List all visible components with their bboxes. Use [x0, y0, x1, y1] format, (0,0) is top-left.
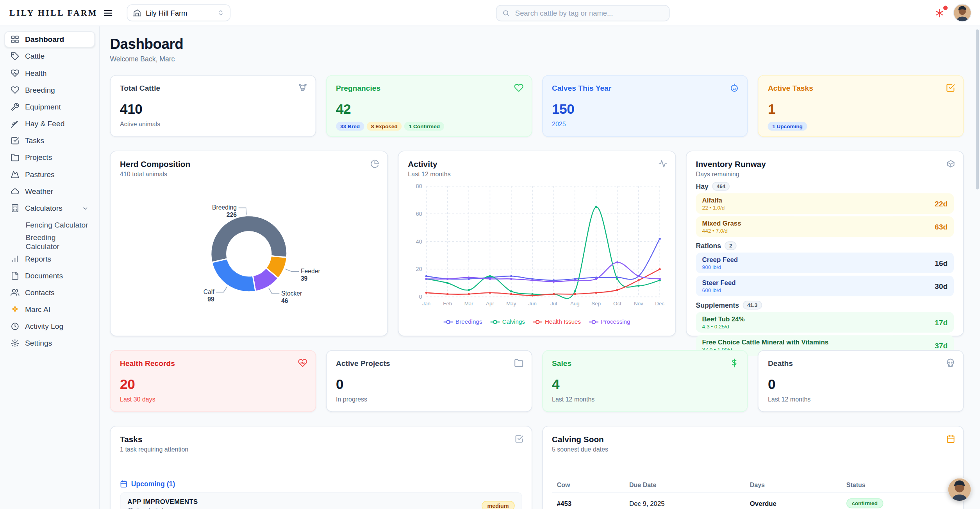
sidebar-item-reports[interactable]: Reports	[4, 251, 95, 267]
sidebar-item-breeding-calculator[interactable]: Breeding Calculator	[4, 234, 95, 250]
farm-selector[interactable]: Lily Hill Farm	[127, 4, 230, 21]
users-icon	[11, 288, 19, 297]
sidebar-item-label: Breeding Calculator	[26, 233, 89, 251]
page-scrollbar[interactable]	[976, 29, 979, 189]
col-cow: Cow	[552, 478, 624, 493]
inventory-section-supplements: Supplements 41.3	[696, 301, 954, 309]
stats-row-bottom: Health Records 20 Last 30 days Active Pr…	[110, 350, 964, 412]
legend-item[interactable]: Health Issues	[533, 318, 581, 325]
notification-dot	[943, 5, 948, 10]
sidebar-item-label: Hay & Feed	[25, 119, 64, 128]
svg-text:Oct: Oct	[613, 301, 621, 306]
inventory-row-beef-tub[interactable]: Beef Tub 24% 4.3 • 0.25/d 17d	[696, 312, 954, 333]
cow-icon	[298, 83, 307, 93]
sidebar-toggle-button[interactable]	[103, 8, 113, 18]
sidebar-item-documents[interactable]: Documents	[4, 268, 95, 284]
svg-text:Jul: Jul	[550, 301, 557, 306]
user-avatar-image	[954, 4, 971, 21]
calendar-icon	[946, 435, 955, 443]
activity-icon	[659, 160, 667, 168]
sidebar-item-hay-feed[interactable]: Hay & Feed	[4, 116, 95, 132]
sidebar-item-marc-ai[interactable]: Marc AI	[4, 301, 95, 318]
sidebar: Dashboard Cattle Health Breeding Equipme…	[0, 26, 100, 509]
package-icon	[946, 160, 955, 168]
panel-title: Activity	[408, 160, 666, 169]
table-row[interactable]: #453 Dec 9, 2025 Overdue confirmed	[552, 492, 954, 509]
stat-card-active-projects[interactable]: Active Projects 0 In progress	[326, 350, 532, 412]
cow-id: #453	[552, 492, 624, 509]
page-subtitle: Welcome Back, Marc	[110, 55, 964, 63]
stat-card-sales[interactable]: Sales 4 Last 12 months	[542, 350, 748, 412]
svg-text:Calf99: Calf99	[203, 289, 215, 303]
stat-card-total-cattle[interactable]: Total Cattle 410 Active animals	[110, 75, 316, 137]
section-count-badge: 2	[725, 241, 737, 250]
skull-icon	[946, 358, 955, 367]
badge-row: 1 Upcoming	[768, 122, 954, 131]
panel-subtitle: 1 task requiring attention	[120, 446, 522, 453]
svg-text:Dec: Dec	[655, 301, 664, 306]
inventory-row-steer-feed[interactable]: Steer Feed 600 lb/d 30d	[696, 276, 954, 296]
sidebar-item-projects[interactable]: Projects	[4, 149, 95, 166]
inventory-runway-panel: Inventory Runway Days remaining Hay 464 …	[686, 151, 964, 336]
priority-badge: medium	[482, 501, 514, 509]
sidebar-item-label: Tasks	[25, 136, 44, 145]
days-remaining: 37d	[935, 341, 948, 349]
svg-text:May: May	[506, 301, 516, 306]
sidebar-item-dashboard[interactable]: Dashboard	[4, 31, 95, 48]
chevron-down-icon	[82, 205, 89, 212]
due-date: Dec 9, 2025	[624, 492, 745, 509]
herd-composition-chart[interactable]: Breeding226Feeder39Stocker46Calf99	[120, 179, 378, 329]
stat-card-health-records[interactable]: Health Records 20 Last 30 days	[110, 350, 316, 412]
panel-subtitle: Last 12 months	[408, 171, 666, 178]
sidebar-item-label: Contacts	[25, 288, 55, 297]
chat-widget-avatar[interactable]	[948, 478, 971, 501]
svg-text:0: 0	[419, 294, 422, 300]
stat-caption: Active animals	[120, 121, 306, 128]
user-avatar[interactable]	[954, 4, 971, 21]
svg-text:40: 40	[416, 238, 422, 245]
sidebar-item-settings[interactable]: Settings	[4, 335, 95, 351]
task-due-label: Due in 3 days	[136, 507, 173, 509]
section-label: Rations	[696, 242, 721, 249]
stat-card-calves-this-year[interactable]: Calves This Year 150 2025	[542, 75, 748, 137]
search-input[interactable]	[514, 9, 663, 17]
legend-item[interactable]: Breedings	[444, 318, 482, 325]
section-label: Upcoming (1)	[131, 480, 175, 487]
legend-item[interactable]: Processing	[589, 318, 630, 325]
svg-text:Nov: Nov	[634, 301, 643, 306]
stat-card-active-tasks[interactable]: Active Tasks 1 1 Upcoming	[758, 75, 964, 137]
alerts-icon[interactable]	[935, 8, 945, 18]
inventory-row-mixed-grass[interactable]: Mixed Grass 442 • 7.0/d 63d	[696, 216, 954, 237]
sidebar-item-label: Settings	[25, 339, 52, 348]
sidebar-item-fencing-calculator[interactable]: Fencing Calculator	[4, 217, 95, 233]
sidebar-item-contacts[interactable]: Contacts	[4, 285, 95, 301]
activity-chart[interactable]: 020406080JanFebMarAprMayJunJulAugSepOctN…	[408, 179, 666, 316]
sidebar-item-cattle[interactable]: Cattle	[4, 48, 95, 65]
sidebar-item-breeding[interactable]: Breeding	[4, 82, 95, 99]
sidebar-item-health[interactable]: Health	[4, 65, 95, 81]
health-icon	[11, 69, 19, 77]
dashboard-icon	[11, 35, 19, 44]
sidebar-item-pastures[interactable]: Pastures	[4, 166, 95, 183]
sidebar-item-activity-log[interactable]: Activity Log	[4, 318, 95, 335]
stat-title: Total Cattle	[120, 84, 306, 92]
stat-title: Active Tasks	[768, 84, 954, 92]
sidebar-item-equipment[interactable]: Equipment	[4, 99, 95, 115]
stat-title: Calves This Year	[552, 84, 738, 92]
inventory-row-alfalfa[interactable]: Alfalfa 22 • 1.0/d 22d	[696, 193, 954, 214]
task-item[interactable]: APP IMPROVEMENTS Due in 3 days medium	[120, 492, 522, 509]
global-search	[496, 5, 669, 21]
sidebar-item-calculators[interactable]: Calculators	[4, 200, 95, 217]
stat-card-pregnancies[interactable]: Pregnancies 42 33 Bred 8 Exposed 1 Confi…	[326, 75, 532, 137]
stat-value: 20	[120, 376, 306, 393]
inventory-row-creep-feed[interactable]: Creep Feed 900 lb/d 16d	[696, 253, 954, 273]
legend-item[interactable]: Calvings	[490, 318, 525, 325]
sidebar-item-label: Equipment	[25, 102, 61, 111]
item-detail: 900 lb/d	[702, 264, 738, 270]
sidebar-item-weather[interactable]: Weather	[4, 183, 95, 200]
sidebar-item-tasks[interactable]: Tasks	[4, 133, 95, 149]
cattle-tag-icon	[11, 52, 19, 61]
days-remaining: 63d	[935, 222, 948, 231]
panel-title: Calving Soon	[552, 435, 954, 444]
stat-card-deaths[interactable]: Deaths 0 Last 12 months	[758, 350, 964, 412]
